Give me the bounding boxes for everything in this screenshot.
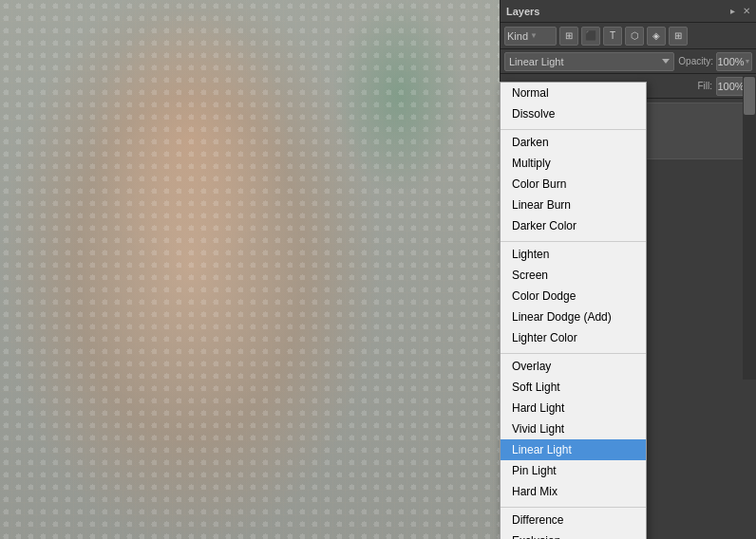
kind-label: Kind (507, 30, 528, 42)
portrait-background (0, 0, 500, 539)
dropdown-separator (501, 348, 646, 354)
adjustment-icon: ⊞ (674, 30, 682, 41)
dropdown-item-normal[interactable]: Normal (501, 83, 646, 103)
dropdown-item-linear-dodge-add[interactable]: Linear Dodge (Add) (501, 307, 646, 327)
dropdown-item-color-burn[interactable]: Color Burn (501, 174, 646, 195)
fill-label: Fill: (697, 81, 712, 91)
dropdown-item-darker-color[interactable]: Darker Color (501, 215, 646, 236)
scrollbar[interactable] (743, 76, 756, 380)
dropdown-item-overlay[interactable]: Overlay (501, 356, 646, 377)
opacity-input[interactable]: 100% ▼ (716, 52, 752, 71)
toolbar-row: Kind ▼ ⊞ ⬛ T ⬡ ◈ ⊞ (501, 23, 756, 49)
dropdown-separator (501, 502, 646, 508)
shape-icon-btn[interactable]: ⬡ (625, 27, 644, 46)
collapse-icon[interactable]: ▸ (730, 6, 735, 16)
scrollbar-thumb[interactable] (744, 77, 755, 115)
dropdown-item-multiply[interactable]: Multiply (501, 153, 646, 174)
blend-mode-select[interactable]: Linear Light (504, 52, 674, 71)
opacity-value-text: 100% (717, 56, 744, 67)
dropdown-item-soft-light[interactable]: Soft Light (501, 377, 646, 398)
filter-icon-btn[interactable]: ⊞ (559, 27, 578, 46)
blend-row: Linear Light Opacity: 100% ▼ (501, 49, 756, 74)
dropdown-item-vivid-light[interactable]: Vivid Light (501, 418, 646, 439)
blend-dropdown-arrow (662, 59, 670, 64)
adjustment-icon-btn[interactable]: ⊞ (669, 27, 688, 46)
smart-icon-btn[interactable]: ◈ (647, 27, 666, 46)
smart-icon: ◈ (652, 30, 660, 41)
canvas-area (0, 0, 500, 539)
filter-icon: ⊞ (565, 30, 573, 41)
dropdown-item-hard-light[interactable]: Hard Light (501, 398, 646, 418)
type-icon: T (610, 30, 615, 41)
dropdown-item-lighten[interactable]: Lighten (501, 244, 646, 265)
blend-mode-dropdown: NormalDissolveDarkenMultiplyColor BurnLi… (500, 82, 647, 539)
dropdown-item-linear-light[interactable]: Linear Light (501, 439, 646, 460)
fill-value-text: 100% (717, 81, 744, 92)
blend-mode-label: Linear Light (509, 56, 564, 67)
opacity-row: Opacity: 100% ▼ (678, 52, 752, 71)
pixel-icon-btn[interactable]: ⬛ (581, 27, 600, 46)
dropdown-item-exclusion[interactable]: Exclusion (501, 530, 646, 539)
dropdown-separator (501, 236, 646, 242)
dropdown-item-linear-burn[interactable]: Linear Burn (501, 195, 646, 215)
dropdown-item-screen[interactable]: Screen (501, 265, 646, 286)
panel-title: Layers (506, 6, 539, 17)
pixel-icon: ⬛ (585, 30, 596, 41)
dropdown-separator (501, 124, 646, 130)
panel-header-icons: ▸ ✕ (730, 6, 750, 16)
dropdown-item-dissolve[interactable]: Dissolve (501, 103, 646, 124)
dropdown-item-color-dodge[interactable]: Color Dodge (501, 286, 646, 307)
shape-icon: ⬡ (631, 30, 639, 41)
close-icon[interactable]: ✕ (743, 6, 750, 16)
dropdown-item-darken[interactable]: Darken (501, 132, 646, 153)
opacity-chevron: ▼ (745, 58, 751, 65)
panel-header: Layers ▸ ✕ (501, 0, 756, 23)
dropdown-item-difference[interactable]: Difference (501, 510, 646, 530)
type-icon-btn[interactable]: T (603, 27, 622, 46)
dropdown-item-hard-mix[interactable]: Hard Mix (501, 481, 646, 502)
kind-chevron: ▼ (530, 31, 538, 40)
dropdown-item-lighter-color[interactable]: Lighter Color (501, 327, 646, 348)
kind-select[interactable]: Kind ▼ (504, 27, 557, 46)
dropdown-item-pin-light[interactable]: Pin Light (501, 460, 646, 481)
opacity-label: Opacity: (678, 56, 713, 66)
